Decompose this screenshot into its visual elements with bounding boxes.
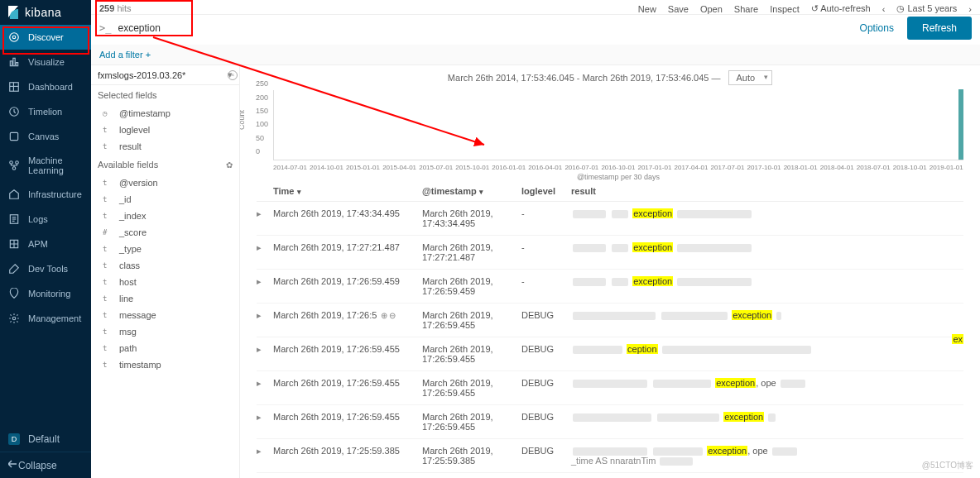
time-prev[interactable]: ‹: [882, 4, 886, 14]
svg-point-10: [10, 161, 13, 165]
field-index[interactable]: t_index: [91, 208, 239, 224]
refresh-button[interactable]: Refresh: [907, 17, 972, 40]
field-id[interactable]: t_id: [91, 191, 239, 208]
xtick: 2018-04-01: [820, 164, 854, 171]
add-filter[interactable]: Add a filter +: [99, 50, 151, 60]
xtick: 2017-04-01: [675, 164, 709, 171]
field-type-icon: t: [103, 261, 113, 270]
sidebar-item-logs[interactable]: Logs: [0, 207, 91, 232]
sidebar-item-apm[interactable]: APM: [0, 232, 91, 256]
sidebar-item-canvas[interactable]: Canvas: [0, 124, 91, 149]
space-label: Default: [28, 433, 60, 445]
field-name: @timestamp: [119, 108, 171, 118]
col-loglevel[interactable]: loglevel: [521, 186, 571, 196]
field-type-icon: t: [103, 195, 113, 203]
index-pattern-select[interactable]: fxmslogs-2019.03.26*▾: [91, 65, 239, 85]
query-options[interactable]: Options: [860, 22, 894, 34]
sidebar-item-machine-learning[interactable]: Machine Learning: [0, 149, 91, 182]
highlight: exception: [632, 208, 673, 218]
expand-row-icon[interactable]: ▸: [257, 412, 273, 432]
nav-icon: [8, 81, 20, 93]
highlight: exception: [707, 446, 747, 456]
cell-timestamp: March 26th 2019, 17:43:34.495: [422, 208, 521, 228]
expand-row-icon[interactable]: ▸: [257, 276, 273, 296]
nav-label: Machine Learning: [28, 155, 83, 175]
nav-icon: [8, 31, 20, 43]
sidebar-item-dev-tools[interactable]: Dev Tools: [0, 256, 91, 281]
sidebar-item-dashboard[interactable]: Dashboard: [0, 74, 91, 99]
sidebar-item-visualize[interactable]: Visualize: [0, 50, 91, 74]
fields-pane: fxmslogs-2019.03.26*▾ × Selected fields …: [91, 65, 240, 478]
menu-autorefresh[interactable]: ↻ Auto-refresh: [811, 3, 871, 14]
available-fields-title: Available fields ✿: [91, 155, 239, 174]
menu-new[interactable]: New: [638, 4, 656, 14]
col-time[interactable]: Time ▾: [273, 186, 422, 196]
time-range[interactable]: ◷ Last 5 years: [896, 3, 957, 14]
expand-row-icon[interactable]: ▸: [257, 310, 273, 330]
field-type-icon: t: [103, 245, 113, 253]
xtick: 2015-10-01: [455, 164, 489, 171]
expand-row-icon[interactable]: ▸: [257, 208, 273, 228]
xtick: 2017-07-01: [711, 164, 745, 171]
main: 259 hits New Save Open Share Inspect ↻ A…: [91, 0, 980, 478]
cell-result: exception, ope _time AS nnaratnTim: [571, 446, 963, 466]
collapse-sidebar[interactable]: Collapse: [0, 452, 91, 478]
field-message[interactable]: tmessage: [91, 307, 239, 323]
field-score[interactable]: #_score: [91, 224, 239, 241]
nav-icon: [8, 288, 20, 299]
field-timestamp[interactable]: ◷@timestamp: [91, 105, 239, 122]
default-space[interactable]: D Default: [0, 427, 91, 452]
histogram-chart[interactable]: Count 050100150200250 2014-07-012014-10-…: [240, 90, 980, 181]
field-path[interactable]: tpath: [91, 340, 239, 356]
field-class[interactable]: tclass: [91, 257, 239, 274]
field-msg[interactable]: tmsg: [91, 323, 239, 340]
ytick: 200: [256, 93, 268, 102]
field-name: loglevel: [119, 125, 150, 135]
expand-row-icon[interactable]: ▸: [257, 446, 273, 466]
xtick: 2019-01-01: [930, 164, 963, 171]
col-result[interactable]: result: [571, 186, 963, 196]
kibana-logo[interactable]: kibana: [0, 0, 91, 25]
nav-icon: [8, 238, 20, 250]
sidebar-item-monitoring[interactable]: Monitoring: [0, 281, 91, 306]
field-loglevel[interactable]: tloglevel: [91, 122, 239, 138]
zoom-in-icon[interactable]: ⊕: [381, 311, 387, 320]
gear-icon[interactable]: ✿: [226, 160, 233, 170]
field-version[interactable]: t@version: [91, 174, 239, 191]
sidebar-item-infrastructure[interactable]: Infrastructure: [0, 182, 91, 207]
close-fields-icon[interactable]: ×: [228, 70, 238, 80]
menu-share[interactable]: Share: [734, 4, 758, 14]
menu-open[interactable]: Open: [700, 4, 723, 14]
time-next[interactable]: ›: [968, 4, 972, 14]
sidebar-item-management[interactable]: Management: [0, 306, 91, 331]
expand-row-icon[interactable]: ▸: [257, 344, 273, 364]
expand-row-icon[interactable]: ▸: [257, 378, 273, 398]
zoom-out-icon[interactable]: ⊖: [389, 311, 396, 320]
field-type-icon: t: [103, 278, 113, 286]
field-type-icon: #: [103, 228, 113, 237]
highlight: exception: [715, 378, 756, 388]
menu-save[interactable]: Save: [668, 4, 689, 14]
cell-time: March 26th 2019, 17:26:59.455: [273, 344, 422, 364]
histogram-bar[interactable]: [958, 89, 963, 160]
sidebar-item-timelion[interactable]: Timelion: [0, 99, 91, 124]
cell-loglevel: -: [521, 208, 571, 228]
sidebar-item-discover[interactable]: Discover: [0, 25, 91, 50]
field-name: message: [119, 310, 156, 320]
menu-inspect[interactable]: Inspect: [770, 4, 799, 14]
expand-row-icon[interactable]: ▸: [257, 242, 273, 262]
field-host[interactable]: thost: [91, 274, 239, 290]
field-timestamp[interactable]: ttimestamp: [91, 356, 239, 373]
field-type[interactable]: t_type: [91, 241, 239, 257]
query-input[interactable]: >_ exception: [99, 19, 847, 37]
field-type-icon: t: [103, 361, 113, 369]
col-timestamp[interactable]: @timestamp ▾: [422, 186, 521, 196]
xtick: 2016-10-01: [601, 164, 635, 171]
cell-timestamp: March 26th 2019, 17:27:21.487: [422, 242, 521, 262]
cell-time: March 26th 2019, 17:27:21.487: [273, 242, 422, 262]
xtick: 2016-01-01: [492, 164, 526, 171]
interval-select[interactable]: Auto: [728, 70, 772, 85]
nav-icon: [8, 160, 20, 171]
field-line[interactable]: tline: [91, 290, 239, 307]
field-result[interactable]: tresult: [91, 138, 239, 155]
